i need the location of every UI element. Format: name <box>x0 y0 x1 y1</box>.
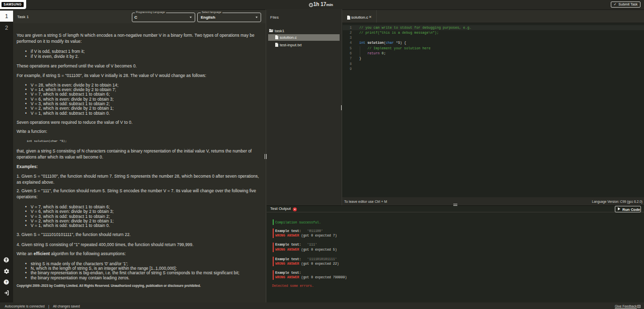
svg-text:?: ? <box>5 280 7 284</box>
